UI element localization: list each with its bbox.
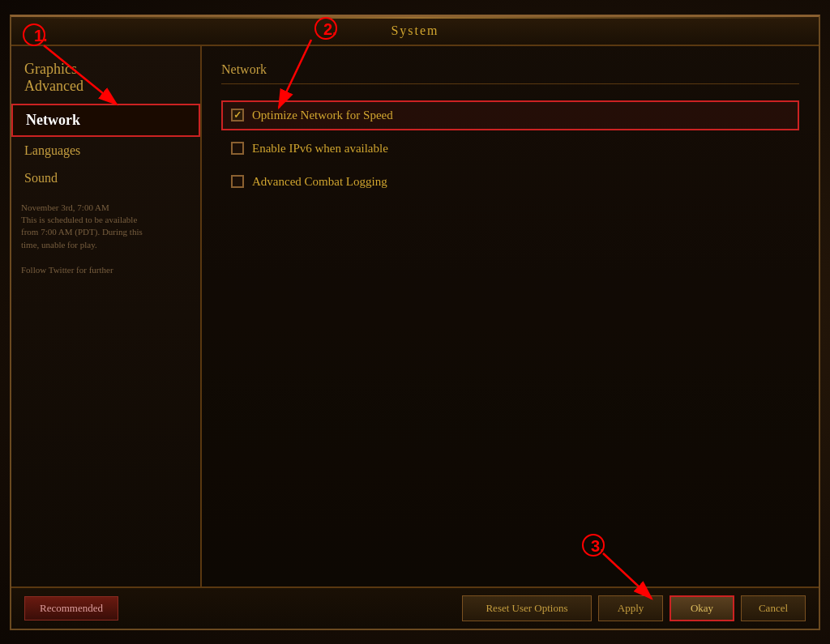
sidebar-item-network[interactable]: Network [11,104,200,137]
sidebar-item-languages[interactable]: Languages [11,137,200,164]
sidebar-network-label: Network [26,112,80,128]
sidebar: GraphicsAdvanced Network Languages Sound… [11,46,202,586]
dialog-title: System [391,23,439,38]
sidebar-languages-label: Languages [24,143,80,157]
sidebar-sound-label: Sound [24,171,58,185]
checkbox-advanced-combat-logging[interactable] [231,175,244,188]
apply-button[interactable]: Apply [598,595,663,621]
sidebar-news-text: November 3rd, 7:00 AM This is scheduled … [21,203,143,275]
sidebar-item-graphics-advanced[interactable]: GraphicsAdvanced [11,53,200,104]
sidebar-news: November 3rd, 7:00 AM This is scheduled … [11,195,200,283]
option-enable-ipv6[interactable]: Enable IPv6 when available [221,134,799,164]
option-optimize-network[interactable]: Optimize Network for Speed [221,100,799,130]
footer-left: Recommended [24,596,118,621]
cancel-button[interactable]: Cancel [741,595,806,621]
dialog-body: GraphicsAdvanced Network Languages Sound… [11,46,819,586]
okay-button[interactable]: Okay [670,595,734,621]
checkbox-enable-ipv6[interactable] [231,142,244,155]
option-advanced-combat-logging[interactable]: Advanced Combat Logging [221,167,799,197]
option-advanced-combat-logging-label: Advanced Combat Logging [252,175,387,189]
system-dialog: System GraphicsAdvanced Network Language… [10,15,820,630]
section-title: Network [221,62,799,84]
dialog-title-bar: System [11,17,819,46]
main-content: Network Optimize Network for Speed Enabl… [202,46,819,586]
recommended-button[interactable]: Recommended [24,596,118,621]
dialog-backdrop: System GraphicsAdvanced Network Language… [0,0,830,644]
sidebar-graphics-label: GraphicsAdvanced [24,61,83,95]
option-optimize-network-label: Optimize Network for Speed [252,109,393,122]
checkbox-optimize-network[interactable] [231,109,244,122]
footer-right: Reset User Options Apply Okay Cancel [462,595,806,621]
option-enable-ipv6-label: Enable IPv6 when available [252,142,388,156]
sidebar-item-sound[interactable]: Sound [11,164,200,192]
dialog-footer: Recommended Reset User Options Apply Oka… [11,586,819,629]
reset-button[interactable]: Reset User Options [462,595,592,621]
